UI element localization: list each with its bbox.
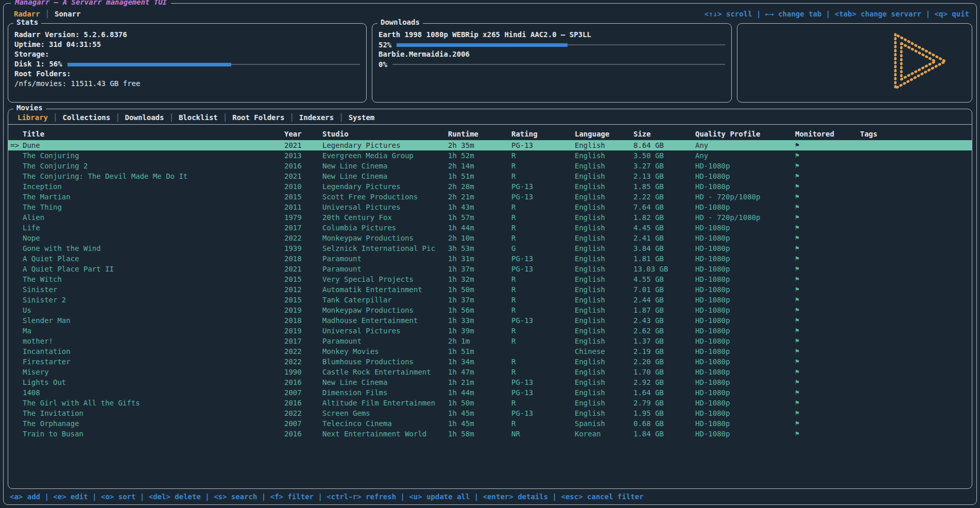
table-row[interactable]: Nope2022Monkeypaw Productions2h 10mREngl… <box>8 233 972 243</box>
cell-rating: R <box>511 223 575 233</box>
header-size: Size <box>633 130 695 138</box>
cell-title: Nope <box>23 233 284 243</box>
cell-tags <box>860 192 972 202</box>
table-row[interactable]: Life2017Columbia Pictures1h 44mREnglish4… <box>8 223 972 233</box>
cell-rating: R <box>511 274 575 284</box>
cell-title: The Thing <box>23 202 284 212</box>
tab-library[interactable]: Library <box>12 113 53 122</box>
table-row[interactable]: The Conjuring: The Devil Made Me Do It20… <box>8 171 972 181</box>
table-row[interactable]: Gone with the Wind1939Selznick Internati… <box>8 243 972 253</box>
cell-studio: Screen Gems <box>322 408 448 418</box>
cell-selection-marker <box>10 429 23 439</box>
table-row[interactable]: Slender Man2018Madhouse Entertainment1h … <box>8 315 972 326</box>
tab-separator <box>169 113 173 122</box>
table-row[interactable]: Firestarter2022Blumhouse Productions1h 3… <box>8 357 972 367</box>
tab-blocklist[interactable]: Blocklist <box>174 113 223 122</box>
table-row[interactable]: Incantation2022Monkey Movies1h 51mChines… <box>8 346 972 357</box>
cell-selection-marker <box>10 346 23 357</box>
cell-rating: R <box>511 305 575 315</box>
table-row[interactable]: A Quiet Place2018Paramount1h 31mPG-13Eng… <box>8 253 972 264</box>
cell-title: The Conjuring 2 <box>23 161 284 171</box>
header-title: Title <box>23 130 284 138</box>
monitored-flag-icon: ⚑ <box>795 387 860 398</box>
table-row[interactable]: Train to Busan2016Next Entertainment Wor… <box>8 429 972 439</box>
table-row[interactable]: Misery1990Castle Rock Entertainment1h 47… <box>8 367 972 377</box>
table-row[interactable]: Alien197920th Century Fox1h 57mREnglish1… <box>8 212 972 223</box>
table-row[interactable]: Lights Out2016New Line Cinema1h 21mPG-13… <box>8 377 972 387</box>
table-row[interactable]: The Martian2015Scott Free Productions2h … <box>8 192 972 202</box>
cell-year: 2017 <box>284 336 322 346</box>
cell-year: 2022 <box>284 357 322 367</box>
monitored-flag-icon: ⚑ <box>795 408 860 418</box>
tab-root-folders[interactable]: Root Folders <box>227 113 289 122</box>
cell-language: English <box>575 336 633 346</box>
cell-year: 2011 <box>284 202 322 212</box>
table-row[interactable]: The Thing2011Universal Pictures1h 43mREn… <box>8 202 972 212</box>
servarr-tab-sonarr[interactable]: Sonarr <box>49 10 86 18</box>
tab-downloads[interactable]: Downloads <box>120 113 169 122</box>
cell-selection-marker <box>10 295 23 305</box>
table-row[interactable]: Ma2019Universal Pictures1h 39mREnglish2.… <box>8 326 972 336</box>
cell-selection-marker <box>10 212 23 223</box>
cell-runtime: 1h 50m <box>448 284 511 295</box>
tab-separator <box>53 113 57 122</box>
cell-size: 1.95 GB <box>633 408 695 418</box>
cell-quality-profile: HD - 720p/1080p <box>695 192 795 202</box>
monitored-flag-icon: ⚑ <box>795 233 860 243</box>
tab-separator <box>223 113 227 122</box>
cell-title: Slender Man <box>23 315 284 326</box>
cell-selection-marker <box>10 315 23 326</box>
table-row[interactable]: Sinister 22015Tank Caterpillar1h 37mREng… <box>8 295 972 305</box>
cell-tags <box>860 377 972 387</box>
cell-quality-profile: HD-1080p <box>695 305 795 315</box>
table-row[interactable]: mother!2017Paramount2h 1mREnglish1.37 GB… <box>8 336 972 346</box>
cell-runtime: 1h 32m <box>448 274 511 284</box>
header-tags: Tags <box>860 130 972 138</box>
tab-system[interactable]: System <box>343 113 380 122</box>
cell-size: 7.01 GB <box>633 284 695 295</box>
table-row[interactable]: The Orphanage2007Telecinco Cinema1h 45mR… <box>8 418 972 429</box>
table-row[interactable]: The Witch2015Very Special Projects1h 32m… <box>8 274 972 284</box>
cell-tags <box>860 161 972 171</box>
cell-rating: R <box>511 150 575 161</box>
header-quality-profile: Quality Profile <box>695 130 795 138</box>
table-row[interactable]: =>Dune2021Legendary Pictures2h 35mPG-13E… <box>8 140 972 150</box>
cell-year: 2019 <box>284 326 322 336</box>
tab-collections[interactable]: Collections <box>57 113 115 122</box>
table-row[interactable]: Inception2010Legendary Pictures2h 28mPG-… <box>8 181 972 192</box>
cell-studio: Evergreen Media Group <box>322 150 448 161</box>
cell-rating: PG-13 <box>511 192 575 202</box>
servarr-tab-radarr[interactable]: Radarr <box>9 10 45 18</box>
table-row[interactable]: 14082007Dimension Films1h 44mPG-13Englis… <box>8 387 972 398</box>
cell-tags <box>860 367 972 377</box>
cell-language: English <box>575 326 633 336</box>
stats-panel: Stats Radarr Version: 5.2.6.8376 Uptime:… <box>8 23 367 103</box>
cell-language: English <box>575 161 633 171</box>
cell-runtime: 1h 50m <box>448 398 511 408</box>
tab-separator <box>289 113 294 122</box>
table-row[interactable]: Sinister2012Automatik Entertainment1h 50… <box>8 284 972 295</box>
table-row[interactable]: The Conjuring2013Evergreen Media Group1h… <box>8 150 972 161</box>
cell-runtime: 1h 21m <box>448 377 511 387</box>
table-row[interactable]: The Conjuring 22016New Line Cinema2h 14m… <box>8 161 972 171</box>
cell-runtime: 3h 53m <box>448 243 511 253</box>
cell-studio: Selznick International Pic <box>322 243 448 253</box>
cell-selection-marker <box>10 243 23 253</box>
table-row[interactable]: Us2019Monkeypaw Productions1h 56mREnglis… <box>8 305 972 315</box>
cell-rating: R <box>511 367 575 377</box>
table-row[interactable]: A Quiet Place Part II2021Paramount1h 37m… <box>8 264 972 274</box>
root-folder-value: /nfs/movies: 11511.43 GB free <box>14 79 360 89</box>
cell-runtime: 1h 52m <box>448 150 511 161</box>
cell-rating: G <box>511 243 575 253</box>
cell-size: 3.27 GB <box>633 161 695 171</box>
header-runtime: Runtime <box>448 130 511 138</box>
cell-tags <box>860 171 972 181</box>
monitored-flag-icon: ⚑ <box>795 274 860 284</box>
cell-rating: R <box>511 284 575 295</box>
cell-quality-profile: HD-1080p <box>695 233 795 243</box>
cell-tags <box>860 233 972 243</box>
cell-quality-profile: HD-1080p <box>695 161 795 171</box>
table-row[interactable]: The Girl with All the Gifts2016Altitude … <box>8 398 972 408</box>
table-row[interactable]: The Invitation2022Screen Gems1h 45mPG-13… <box>8 408 972 418</box>
tab-indexers[interactable]: Indexers <box>294 113 339 122</box>
